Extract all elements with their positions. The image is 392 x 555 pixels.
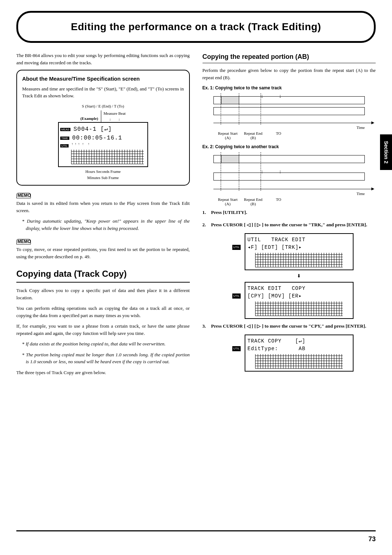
- lcd-screen-3: UTIL TRACK COPY [↵] EditType: AB: [245, 335, 354, 372]
- lcd1-line2: ◂F] [EDT] [TRK]▸: [248, 244, 351, 251]
- page-title: Editing the performance on a track (Trac…: [29, 19, 363, 35]
- left-column: The BR-864 allows you to edit your songs…: [16, 52, 190, 380]
- memo1-note: During automatic updating, "Keep power o…: [22, 218, 190, 232]
- lcd2-line2: [CPY] [MOV] [ER▸: [248, 292, 351, 300]
- fig-repeat-a: Repeat Start (A): [217, 131, 239, 140]
- page-title-frame: Editing the performance on a track (Trac…: [16, 11, 376, 43]
- bottom-labels-1: Hours Seconds Frame: [22, 169, 184, 175]
- ex1-label: Ex. 1: Copying twice to the same track: [203, 85, 376, 91]
- content-columns: The BR-864 allows you to edit your songs…: [16, 52, 376, 380]
- fig-time-label: Time: [356, 125, 365, 131]
- right-column: Copying the repeated portion (AB) Perfor…: [203, 52, 376, 380]
- column-labels: Measure Beat: [103, 110, 126, 117]
- fig-repeat-b: Repeat End (B): [242, 197, 264, 206]
- figure-ex2: ↓ ↓ Time Repeat Start (A) Repeat End (B)…: [203, 152, 376, 206]
- memo2-body: To copy, move, or erase repeated portion…: [16, 246, 190, 260]
- lcd-screen-2: UTIL TRACK EDIT COPY [CPY] [MOV] [ER▸: [245, 282, 354, 319]
- lcd-meas-line1: S004-1 [↵]: [73, 125, 112, 134]
- time-tag: TIME: [60, 137, 69, 140]
- fig-repeat-b: Repeat End (B): [242, 131, 264, 140]
- about-box: About the Measure/Time Specification scr…: [16, 70, 190, 186]
- figure-ex1: ↓ ↓ Time Repeat Start (A) Repeat End (B)…: [203, 93, 376, 140]
- lcd1-line1: UTIL TRACK EDIT: [248, 236, 351, 244]
- lcd3-line2: EditType: AB: [248, 345, 351, 353]
- fig-to: TO: [268, 197, 290, 206]
- heading-copy-ab: Copying the repeated portion (AB): [203, 52, 376, 63]
- copy-note1: If data exists at the position being cop…: [22, 340, 190, 348]
- measure-diagram: S (Start) / E (End) / T (To) (Example) M…: [22, 103, 184, 181]
- memo1-body: Data is saved in its edited form when yo…: [16, 200, 190, 214]
- steps-list: Press [UTILITY]. Press CURSOR [ ◁ ] [ ▷ …: [203, 209, 376, 228]
- memo-icon: MEMO: [16, 239, 31, 244]
- fig-to: TO: [268, 131, 290, 140]
- bottom-labels-2: Minutes Sub Frame: [22, 175, 184, 181]
- ex2-label: Ex. 2: Copying twice to another track: [203, 143, 376, 150]
- memo-icon: MEMO: [16, 193, 31, 198]
- intro-paragraph: The BR-864 allows you to edit your songs…: [16, 52, 190, 66]
- fig-repeat-a: Repeat Start (A): [217, 197, 239, 206]
- util-tag: UTIL: [232, 346, 241, 351]
- meas-tag: MEAS: [60, 128, 71, 131]
- step-1: Press [UTILITY].: [203, 209, 376, 216]
- copy-p1: Track Copy allows you to copy a specific…: [16, 287, 190, 301]
- lcd3-line1: TRACK COPY [↵]: [248, 337, 351, 345]
- util-tag: UTIL: [60, 144, 69, 147]
- copy-p3: If, for example, you want to use a phras…: [16, 323, 190, 337]
- example-label: (Example): [80, 116, 98, 122]
- steps-list-2: Press CURSOR [ ◁ ] [ ▷ ] to move the cur…: [203, 323, 376, 330]
- copy-note2: The portion being copied must be longer …: [22, 351, 190, 365]
- copy-p4: The three types of Track Copy are given …: [16, 369, 190, 376]
- about-body: Measures and time are specified in the "…: [22, 85, 184, 100]
- section-tab: Section 2: [380, 134, 392, 170]
- fig-time-label: Time: [356, 191, 365, 197]
- ab-intro: Perform the procedure given below to cop…: [203, 67, 376, 81]
- page-number: 73: [368, 534, 376, 544]
- down-arrow-icon: ⬇: [222, 272, 376, 280]
- step-3: Press CURSOR [ ◁ ] [ ▷ ] to move the cur…: [203, 323, 376, 330]
- util-tag: UTIL: [232, 245, 241, 250]
- diagram-top-label: S (Start) / E (End) / T (To): [22, 103, 184, 109]
- lcd-screen-1: UTIL UTIL TRACK EDIT ◂F] [EDT] [TRK]▸: [245, 233, 354, 270]
- heading-track-copy: Copying data (Track Copy): [16, 267, 190, 283]
- about-heading: About the Measure/Time Specification scr…: [22, 75, 184, 83]
- step-2: Press CURSOR [ ◁ ] [ ▷ ] to move the cur…: [203, 221, 376, 228]
- lcd-meas-line2: 00:00:05-16.1: [72, 134, 122, 142]
- util-tag: UTIL: [232, 293, 241, 299]
- copy-p2: You can perform editing operations such …: [16, 305, 190, 319]
- lcd2-line1: TRACK EDIT COPY: [248, 285, 351, 292]
- footer-rule: [16, 530, 376, 531]
